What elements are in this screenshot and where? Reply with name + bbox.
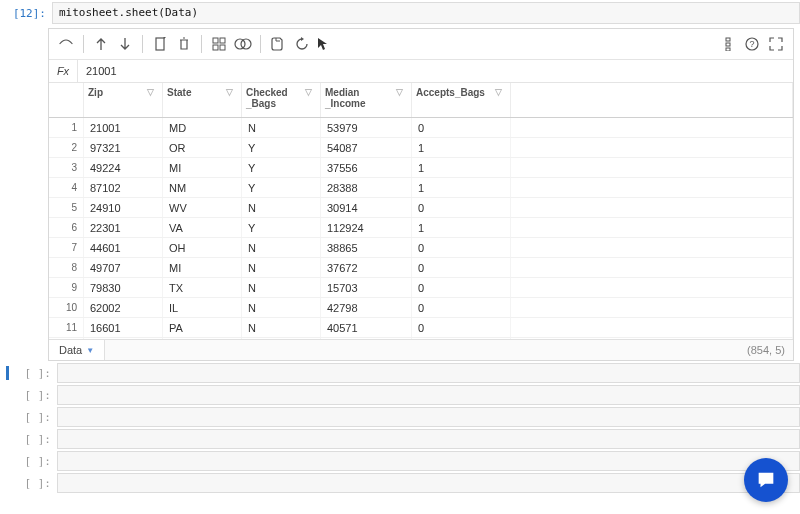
add-column-icon[interactable] <box>149 33 171 55</box>
table-row[interactable]: 1116601PAN405710 <box>49 318 793 338</box>
cell-zip[interactable]: 49707 <box>84 258 163 278</box>
table-row[interactable]: 622301VAY1129241 <box>49 218 793 238</box>
cell-accepts-bags[interactable]: 1 <box>412 138 511 158</box>
cell-zip[interactable]: 49224 <box>84 158 163 178</box>
filter-icon[interactable]: ▽ <box>396 87 407 97</box>
table-row[interactable]: 121001MDN539790 <box>49 118 793 138</box>
cell-median-income[interactable]: 40571 <box>321 318 412 338</box>
cell-accepts-bags[interactable]: 0 <box>412 278 511 298</box>
cell-zip[interactable]: 21001 <box>84 118 163 138</box>
cell-accepts-bags[interactable]: 0 <box>412 298 511 318</box>
cell-checked-bags[interactable]: Y <box>242 218 321 238</box>
empty-cell[interactable]: [ ]: <box>0 429 800 449</box>
cell-zip[interactable]: 97321 <box>84 138 163 158</box>
cell-zip[interactable]: 24910 <box>84 198 163 218</box>
column-header-checked-bags[interactable]: Checked _Bags▽ <box>242 83 321 118</box>
table-row[interactable]: 524910WVN309140 <box>49 198 793 218</box>
chat-bubble-icon[interactable] <box>744 458 788 502</box>
code-input[interactable] <box>57 473 800 493</box>
cell-median-income[interactable]: 54087 <box>321 138 412 158</box>
empty-cell[interactable]: [ ]: <box>0 473 800 493</box>
cell-checked-bags[interactable]: N <box>242 298 321 318</box>
cell-median-income[interactable]: 112924 <box>321 218 412 238</box>
cell-zip[interactable]: 16601 <box>84 318 163 338</box>
pivot-icon[interactable] <box>208 33 230 55</box>
empty-cell[interactable]: [ ]: <box>0 385 800 405</box>
cell-zip[interactable]: 44601 <box>84 238 163 258</box>
cell-accepts-bags[interactable]: 0 <box>412 318 511 338</box>
cell-median-income[interactable]: 37672 <box>321 258 412 278</box>
cell-median-income[interactable]: 15703 <box>321 278 412 298</box>
cell-median-income[interactable]: 28388 <box>321 178 412 198</box>
table-row[interactable]: 849707MIN376720 <box>49 258 793 278</box>
cell-state[interactable]: IL <box>163 298 242 318</box>
cell-zip[interactable]: 87102 <box>84 178 163 198</box>
code-input[interactable] <box>57 385 800 405</box>
cell-state[interactable]: PA <box>163 318 242 338</box>
cell-state[interactable]: NM <box>163 178 242 198</box>
steps-icon[interactable] <box>717 33 739 55</box>
code-input[interactable]: mitosheet.sheet(Data) <box>52 2 800 24</box>
cell-checked-bags[interactable]: N <box>242 318 321 338</box>
filter-icon[interactable]: ▽ <box>495 87 506 97</box>
help-icon[interactable]: ? <box>741 33 763 55</box>
cell-state[interactable]: OR <box>163 138 242 158</box>
code-input[interactable] <box>57 451 800 471</box>
cell-state[interactable]: MD <box>163 118 242 138</box>
formula-value[interactable]: 21001 <box>78 65 117 77</box>
cell-checked-bags[interactable]: Y <box>242 138 321 158</box>
cell-state[interactable]: OH <box>163 238 242 258</box>
cell-state[interactable]: MI <box>163 158 242 178</box>
column-header-median-income[interactable]: Median _Income▽ <box>321 83 412 118</box>
cell-median-income[interactable]: 42798 <box>321 298 412 318</box>
fullscreen-icon[interactable] <box>765 33 787 55</box>
cell-zip[interactable]: 22301 <box>84 218 163 238</box>
code-input[interactable] <box>57 429 800 449</box>
export-icon[interactable] <box>114 33 136 55</box>
filter-icon[interactable]: ▽ <box>147 87 158 97</box>
cell-accepts-bags[interactable]: 1 <box>412 218 511 238</box>
cell-accepts-bags[interactable]: 0 <box>412 258 511 278</box>
data-grid[interactable]: Zip▽ State▽ Checked _Bags▽ Median _Incom… <box>49 83 793 339</box>
empty-cell[interactable]: [ ]: <box>0 407 800 427</box>
column-header-state[interactable]: State▽ <box>163 83 242 118</box>
cell-accepts-bags[interactable]: 0 <box>412 198 511 218</box>
cursor-icon[interactable] <box>315 33 329 55</box>
code-input[interactable] <box>57 363 800 383</box>
cell-checked-bags[interactable]: N <box>242 278 321 298</box>
cell-median-income[interactable]: 53979 <box>321 118 412 138</box>
cell-median-income[interactable]: 37556 <box>321 158 412 178</box>
cell-checked-bags[interactable]: Y <box>242 158 321 178</box>
table-row[interactable]: 487102NMY283881 <box>49 178 793 198</box>
filter-icon[interactable]: ▽ <box>305 87 316 97</box>
cell-zip[interactable]: 62002 <box>84 298 163 318</box>
delete-icon[interactable] <box>173 33 195 55</box>
empty-cell[interactable]: [ ]: <box>0 363 800 383</box>
merge-icon[interactable] <box>232 33 254 55</box>
cell-state[interactable]: MI <box>163 258 242 278</box>
cell-median-income[interactable]: 30914 <box>321 198 412 218</box>
cell-state[interactable]: VA <box>163 218 242 238</box>
cell-checked-bags[interactable]: N <box>242 198 321 218</box>
cell-checked-bags[interactable]: N <box>242 238 321 258</box>
chevron-down-icon[interactable]: ▼ <box>86 346 94 355</box>
cell-accepts-bags[interactable]: 0 <box>412 238 511 258</box>
cell-median-income[interactable]: 38865 <box>321 238 412 258</box>
table-row[interactable]: 979830TXN157030 <box>49 278 793 298</box>
cell-zip[interactable]: 79830 <box>84 278 163 298</box>
cell-state[interactable]: WV <box>163 198 242 218</box>
save-icon[interactable] <box>267 33 289 55</box>
code-input[interactable] <box>57 407 800 427</box>
import-icon[interactable] <box>90 33 112 55</box>
cell-accepts-bags[interactable]: 1 <box>412 178 511 198</box>
empty-cell[interactable]: [ ]: <box>0 451 800 471</box>
filter-icon[interactable]: ▽ <box>226 87 237 97</box>
table-row[interactable]: 349224MIY375561 <box>49 158 793 178</box>
replay-icon[interactable] <box>291 33 313 55</box>
column-header-zip[interactable]: Zip▽ <box>84 83 163 118</box>
cell-checked-bags[interactable]: N <box>242 258 321 278</box>
table-row[interactable]: 744601OHN388650 <box>49 238 793 258</box>
table-row[interactable]: 1062002ILN427980 <box>49 298 793 318</box>
undo-icon[interactable] <box>55 33 77 55</box>
sheet-tab-data[interactable]: Data ▼ <box>49 340 105 360</box>
